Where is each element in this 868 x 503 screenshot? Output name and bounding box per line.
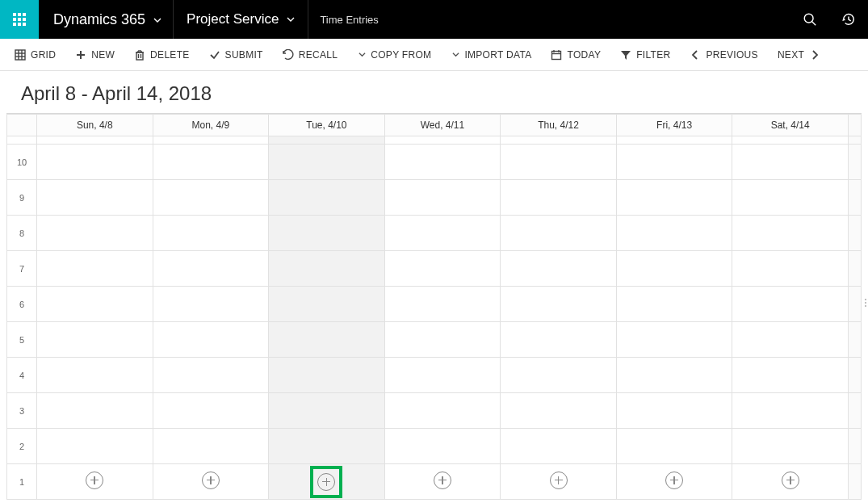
grid-cell[interactable] xyxy=(385,180,501,216)
grid-cell[interactable] xyxy=(269,251,385,287)
add-entry-button[interactable] xyxy=(317,473,335,491)
grid-cell[interactable] xyxy=(617,287,733,322)
app-launcher-button[interactable] xyxy=(0,0,39,39)
add-entry-button[interactable] xyxy=(86,472,103,489)
grid-cell[interactable] xyxy=(617,216,733,251)
day-header[interactable]: Sat, 4/14 xyxy=(732,114,849,136)
grid-cell[interactable] xyxy=(269,216,385,251)
grid-cell[interactable] xyxy=(269,136,385,145)
grid-cell[interactable] xyxy=(153,136,270,145)
grid-cell[interactable] xyxy=(37,322,153,358)
grid-cell[interactable] xyxy=(37,393,153,429)
grid-cell[interactable] xyxy=(732,251,849,287)
grid-cell[interactable] xyxy=(385,287,501,322)
grid-cell[interactable] xyxy=(385,136,501,145)
day-header[interactable]: Mon, 4/9 xyxy=(153,114,270,136)
grid-cell[interactable] xyxy=(269,393,385,429)
grid-cell[interactable] xyxy=(385,145,501,180)
grid-cell[interactable] xyxy=(732,393,849,429)
copy-from-button[interactable]: COPY FROM xyxy=(347,39,441,71)
grid-cell[interactable] xyxy=(37,216,153,251)
grid-cell[interactable] xyxy=(732,358,849,393)
import-data-button[interactable]: IMPORT DATA xyxy=(441,39,541,71)
grid-cell[interactable] xyxy=(153,358,270,393)
grid-cell[interactable] xyxy=(732,429,849,464)
add-entry-button[interactable] xyxy=(782,472,799,489)
grid-cell[interactable] xyxy=(732,216,849,251)
grid-cell[interactable] xyxy=(37,287,153,322)
next-button[interactable]: NEXT xyxy=(768,39,830,71)
grid-cell[interactable] xyxy=(501,429,617,464)
grid-cell[interactable] xyxy=(37,358,153,393)
grid-cell[interactable] xyxy=(501,358,617,393)
grid-cell[interactable] xyxy=(501,145,617,180)
grid-cell[interactable] xyxy=(269,358,385,393)
grid-cell[interactable] xyxy=(385,358,501,393)
grid-cell[interactable] xyxy=(385,393,501,429)
grid-cell[interactable] xyxy=(501,322,617,358)
grid-cell[interactable] xyxy=(385,216,501,251)
new-button[interactable]: NEW xyxy=(65,39,124,71)
grid-cell[interactable] xyxy=(501,393,617,429)
grid-cell[interactable] xyxy=(501,216,617,251)
grid-cell[interactable] xyxy=(732,145,849,180)
add-entry-button[interactable] xyxy=(665,472,683,489)
grid-cell[interactable] xyxy=(501,287,617,322)
grid-cell[interactable] xyxy=(617,393,733,429)
grid-cell[interactable] xyxy=(269,429,385,464)
grid-cell[interactable] xyxy=(37,180,153,216)
grid-cell[interactable] xyxy=(37,251,153,287)
delete-button[interactable]: DELETE xyxy=(124,39,199,71)
grid-cell[interactable] xyxy=(617,358,733,393)
day-header[interactable]: Wed, 4/11 xyxy=(385,114,501,136)
add-entry-button[interactable] xyxy=(202,472,220,489)
grid-cell[interactable] xyxy=(732,287,849,322)
recall-button[interactable]: RECALL xyxy=(273,39,348,71)
grid-cell[interactable] xyxy=(732,136,849,145)
grid-cell[interactable] xyxy=(153,251,270,287)
submit-button[interactable]: SUBMIT xyxy=(199,39,273,71)
grid-cell[interactable] xyxy=(501,136,617,145)
grid-cell[interactable] xyxy=(269,287,385,322)
grid-cell[interactable] xyxy=(617,251,733,287)
search-button[interactable] xyxy=(790,0,829,39)
grid-cell[interactable] xyxy=(385,322,501,358)
grid-cell[interactable] xyxy=(617,136,733,145)
day-header[interactable]: Thu, 4/12 xyxy=(501,114,617,136)
grid-cell[interactable] xyxy=(153,393,270,429)
grid-cell[interactable] xyxy=(617,429,733,464)
grid-cell[interactable] xyxy=(37,145,153,180)
grid-cell[interactable] xyxy=(617,322,733,358)
grid-cell[interactable] xyxy=(501,251,617,287)
filter-button[interactable]: FILTER xyxy=(610,39,680,71)
grid-cell[interactable] xyxy=(732,322,849,358)
grid-cell[interactable] xyxy=(153,322,270,358)
add-entry-button[interactable] xyxy=(434,472,451,489)
previous-button[interactable]: PREVIOUS xyxy=(680,39,767,71)
grid-cell[interactable] xyxy=(37,429,153,464)
day-header[interactable]: Fri, 4/13 xyxy=(617,114,733,136)
recent-button[interactable] xyxy=(829,0,868,39)
grid-view-button[interactable]: GRID xyxy=(5,39,65,71)
grid-cell[interactable] xyxy=(617,145,733,180)
grid-cell[interactable] xyxy=(153,429,270,464)
product-menu[interactable]: Dynamics 365 xyxy=(39,0,174,39)
grid-cell[interactable] xyxy=(501,180,617,216)
grid-cell[interactable] xyxy=(269,145,385,180)
grid-cell[interactable] xyxy=(385,429,501,464)
grid-cell[interactable] xyxy=(617,180,733,216)
grid-cell[interactable] xyxy=(385,251,501,287)
grid-cell[interactable] xyxy=(732,180,849,216)
grid-cell[interactable] xyxy=(153,287,270,322)
module-menu[interactable]: Project Service xyxy=(174,0,308,39)
grid-cell[interactable] xyxy=(153,180,270,216)
day-header[interactable]: Tue, 4/10 xyxy=(269,114,385,136)
grid-cell[interactable] xyxy=(153,216,270,251)
today-button[interactable]: TODAY xyxy=(541,39,610,71)
grid-cell[interactable] xyxy=(153,145,270,180)
add-entry-button[interactable] xyxy=(550,472,568,489)
grid-cell[interactable] xyxy=(269,180,385,216)
grid-cell[interactable] xyxy=(37,136,153,145)
day-header[interactable]: Sun, 4/8 xyxy=(37,114,153,136)
overflow-handle[interactable] xyxy=(865,299,866,307)
